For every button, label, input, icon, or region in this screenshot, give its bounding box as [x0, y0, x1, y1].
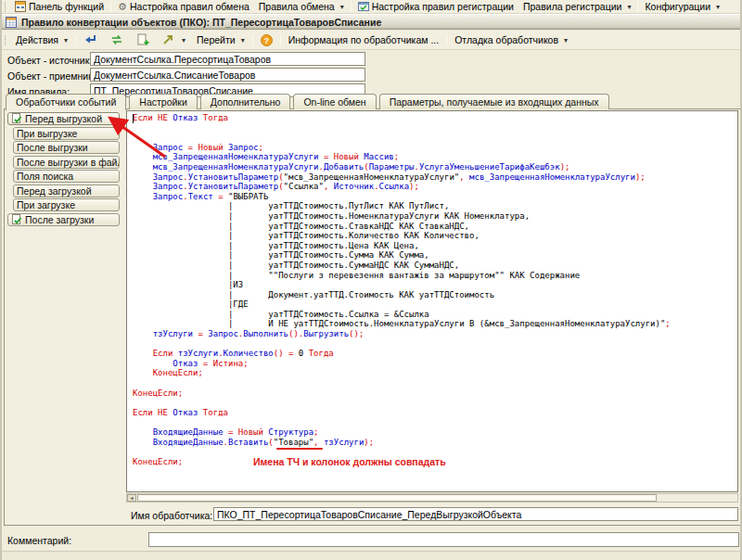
- tab-incoming-parameters[interactable]: Параметры, получаемые из входящих данных: [379, 94, 609, 109]
- code-line: Если тзУслуги.Количество() = 0 Тогда: [133, 349, 671, 359]
- help-icon: [261, 34, 273, 46]
- sidebar-item-label: При загрузке: [17, 199, 75, 210]
- handlers-info-button[interactable]: Информация по обработчикам ...: [283, 32, 445, 48]
- function-panel-label: Панель функций: [29, 1, 104, 12]
- setup-exchange-rules-label: Настройка правил обмена: [130, 1, 249, 12]
- receiver-object-input[interactable]: [90, 68, 365, 82]
- setup-exchange-rules-button[interactable]: Настройка правил обмена: [113, 0, 254, 13]
- reload-button[interactable]: [104, 31, 130, 49]
- actions-menu-button[interactable]: Действия: [10, 32, 73, 48]
- code-line: Запрос.Текст = "ВЫБРАТЬ: [133, 192, 671, 202]
- go-to-label: Перейти: [197, 34, 236, 45]
- code-line: Если НЕ Отказ Тогда: [133, 113, 671, 123]
- save-icon: [83, 33, 98, 46]
- code-line: Отказ = Истина;: [133, 359, 671, 369]
- tab-event-handlers[interactable]: Обработчики событий: [6, 94, 126, 110]
- code-line: [133, 417, 671, 427]
- code-line: | И НЕ уатТТДСтоимость.НоменклатураУслуг…: [133, 319, 671, 329]
- code-editor-lines: Если НЕ Отказ Тогда Запрос = Новый Запро…: [133, 113, 671, 466]
- tab-additional[interactable]: Дополнительно: [200, 94, 291, 109]
- sidebar-item-after-export-to-file[interactable]: После выгрузки в файл: [13, 156, 120, 169]
- code-line: тзУслуги = Запрос.Выполнить().Выгрузить(…: [133, 329, 671, 339]
- event-handlers-panel: Перед выгрузкой При выгрузке После выгру…: [4, 108, 741, 526]
- add-handler-button[interactable]: [130, 31, 156, 49]
- help-button[interactable]: [255, 32, 278, 49]
- sidebar-item-search-fields[interactable]: Поля поиска: [13, 170, 120, 183]
- code-line: | уатТТДСтоимость.СтавкаНДС КАК СтавкаНД…: [133, 222, 671, 232]
- sidebar-item-after-import[interactable]: После загрузки: [7, 213, 120, 226]
- toolbar-separator: [351, 2, 352, 12]
- sidebar-item-label: После загрузки: [25, 214, 94, 225]
- code-line: мсв_ЗапрещеннаяНоменклатураУслуги.Добави…: [133, 162, 671, 172]
- function-panel-icon: [15, 1, 26, 12]
- code-line: Запрос.УстановитьПараметр("Ссылка", Исто…: [133, 182, 671, 192]
- window-title: Правило конвертации объектов (ПКО): ПТ_П…: [21, 17, 381, 28]
- toolbar-grip: [5, 2, 7, 12]
- toolbar-separator: [446, 35, 447, 45]
- sidebar-item-before-export[interactable]: Перед выгрузкой: [7, 112, 120, 125]
- code-line: Запрос = Новый Запрос;: [133, 143, 671, 153]
- code-line: | уатТТДСтоимость.СуммаНДС КАК СуммаНДС,: [133, 261, 671, 271]
- code-horizontal-scrollbar[interactable]: ◂: [126, 493, 738, 503]
- registration-rules-label: Правила регистрации: [523, 1, 621, 12]
- code-line: Запрос.УстановитьПараметр("мсв_Запрещенн…: [133, 172, 671, 183]
- scrollbar-thumb[interactable]: [137, 494, 657, 502]
- sidebar-item-label: При выгрузке: [17, 128, 77, 139]
- handlers-debug-label: Отладка обработчиков: [454, 34, 558, 45]
- comment-input[interactable]: [148, 532, 739, 547]
- source-object-input[interactable]: [90, 52, 365, 66]
- code-line: [133, 133, 671, 143]
- code-line: ВходящиеДанные.Вставить("Товары", тзУслу…: [133, 438, 671, 448]
- receiver-object-label: Объект - приемник:: [7, 70, 96, 82]
- handler-name-input[interactable]: [213, 507, 738, 521]
- export-button[interactable]: [156, 31, 191, 49]
- code-line: | уатТТДСтоимость.Цена КАК Цена,: [133, 241, 671, 251]
- sidebar-item-on-import[interactable]: При загрузке: [13, 198, 120, 211]
- code-line: | уатТТДСтоимость.НоменклатураУслуги КАК…: [133, 211, 671, 222]
- configurations-menu[interactable]: Конфигурации: [640, 0, 724, 13]
- document-grid-icon: [6, 17, 17, 28]
- exchange-rules-label: Правила обмена: [259, 1, 335, 12]
- code-editor[interactable]: Если НЕ Отказ Тогда Запрос = Новый Запро…: [126, 110, 738, 492]
- tab-online-exchange[interactable]: On-line обмен: [293, 94, 376, 109]
- configurations-label: Конфигурации: [645, 1, 710, 12]
- sidebar-item-after-export[interactable]: После выгрузки: [13, 141, 120, 154]
- function-panel-button[interactable]: Панель функций: [10, 0, 109, 13]
- sidebar-item-label: После выгрузки: [17, 142, 88, 153]
- code-line: КонецЕсли;: [133, 388, 671, 399]
- code-line: Если НЕ Отказ Тогда: [133, 408, 671, 418]
- gear-icon: [118, 1, 127, 13]
- sidebar-item-label: После выгрузки в файл: [17, 157, 120, 168]
- sidebar-item-before-import[interactable]: Перед загрузкой: [13, 185, 120, 197]
- registration-rules-menu[interactable]: Правила регистрации: [518, 0, 635, 13]
- toolbar-separator: [110, 2, 111, 12]
- code-line: | уатТТДСтоимость.Сумма КАК Сумма,: [133, 250, 671, 261]
- setup-registration-rules-label: Настройка правил регистрации: [372, 1, 514, 12]
- handler-name-label: Имя обработчика:: [131, 510, 212, 521]
- handler-page-icon: [11, 113, 22, 124]
- code-line: | уатТТДСтоимость.Количество КАК Количес…: [133, 231, 671, 241]
- handlers-debug-button[interactable]: Отладка обработчиков: [449, 32, 573, 48]
- toolbar-separator: [252, 35, 253, 45]
- save-button[interactable]: [78, 31, 104, 49]
- exchange-rules-menu[interactable]: Правила обмена: [254, 0, 349, 13]
- code-line: ВходящиеДанные = Новый Структура;: [133, 427, 671, 438]
- code-line: [133, 398, 671, 408]
- window-titlebar: Правило конвертации объектов (ПКО): ПТ_П…: [2, 14, 740, 30]
- status-bar: [2, 551, 740, 560]
- tab-settings[interactable]: Настройки: [129, 94, 198, 109]
- actions-toolbar: Действия Перейти Информация по обработчи…: [2, 31, 740, 50]
- sidebar-item-on-export[interactable]: При выгрузке: [13, 127, 120, 140]
- tab-strip: Обработчики событий Настройки Дополнител…: [6, 94, 609, 109]
- code-line: |ГДЕ: [133, 299, 671, 310]
- setup-registration-rules-button[interactable]: Настройка правил регистрации: [353, 0, 518, 13]
- reload-icon: [109, 33, 124, 46]
- code-line: |ИЗ: [133, 280, 671, 290]
- go-to-menu-button[interactable]: Перейти: [191, 32, 250, 48]
- scroll-left-icon[interactable]: ◂: [127, 494, 136, 502]
- registration-rules-icon: [358, 1, 369, 12]
- export-arrow-icon: [161, 33, 176, 46]
- toolbar-grip: [5, 35, 7, 45]
- code-line: | уатТТДСтоимость.Ссылка = &Ссылка: [133, 310, 671, 320]
- handlers-info-label: Информация по обработчикам ...: [288, 34, 440, 45]
